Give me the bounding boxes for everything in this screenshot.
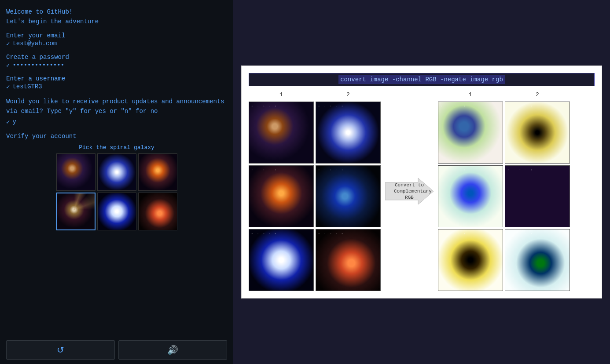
password-checkmark: ✓ [6,62,10,69]
col2-label: 2 [316,91,381,98]
galaxy-image-5 [98,193,136,230]
comp-img-1 [438,102,503,164]
comp-img-4 [505,165,570,227]
comp-img-5 [438,229,503,291]
captcha-cell-1[interactable] [56,153,96,191]
welcome-subtitle: Let's begin the adventure [6,17,227,26]
orig-img-5 [249,229,314,291]
comp-img-3 [438,165,503,227]
audio-icon: 🔊 [167,345,178,355]
comp-img-6 [505,229,570,291]
arrow-section: Convert toComplementaryRGB [381,91,438,291]
arrow-box: Convert toComplementaryRGB [385,176,434,207]
orig-img-1 [249,102,314,164]
orig-img-4 [316,165,381,227]
question-checkmark: ✓ [6,118,10,126]
galaxy-image-1 [57,154,95,191]
original-image-grid [249,102,381,291]
complementary-image-section: 1 2 [438,91,570,291]
right-panel: convert image -channel RGB -negate image… [233,0,610,364]
arrow-label: Convert toComplementaryRGB [394,182,425,201]
captcha-grid [56,153,177,230]
question-answer: y [12,118,16,125]
email-input-line: ✓ test@yah.com [6,40,227,47]
audio-button[interactable]: 🔊 [118,340,227,360]
orig-img-3 [249,165,314,227]
email-label: Enter your email [6,32,227,39]
orig-img-6 [316,229,381,291]
email-checkmark: ✓ [6,40,10,47]
galaxy-image-6 [139,193,177,230]
galaxy-image-2 [98,154,136,191]
question-answer-line: ✓ y [6,118,227,126]
command-bar: convert image -channel RGB -negate image… [249,73,595,86]
password-value: •••••••••••••• [12,62,64,69]
username-input-line: ✓ testGTR3 [6,83,227,91]
diagram-body: 1 2 Convert toComplem [249,91,595,291]
captcha-cell-4[interactable] [56,193,96,230]
welcome-title: Welcome to GitHub! [6,7,227,17]
captcha-cell-3[interactable] [138,153,177,191]
verify-label: Verify your account [6,133,227,140]
bottom-buttons: ↺ 🔊 [6,336,227,360]
comp-img-2 [505,102,570,164]
username-label: Enter a username [6,75,227,82]
captcha-cell-2[interactable] [97,153,136,191]
command-text: convert image -channel RGB -negate image… [338,75,505,84]
orig-img-2 [316,102,381,164]
galaxy-image-4-spiral [57,193,95,229]
username-value: testGTR3 [12,83,42,90]
password-label: Create a password [6,54,227,61]
captcha-prompt: Pick the spiral galaxy [6,144,227,151]
galaxy-image-3 [139,154,177,191]
refresh-button[interactable]: ↺ [6,340,115,360]
captcha-cell-5[interactable] [97,193,136,230]
refresh-icon: ↺ [57,345,64,355]
captcha-cell-6[interactable] [138,193,177,230]
col4-label: 2 [505,91,570,98]
original-image-section: 1 2 [249,91,381,291]
col3-label: 1 [438,91,503,98]
diagram-container: convert image -channel RGB -negate image… [241,66,602,298]
username-checkmark: ✓ [6,83,10,91]
password-input-line: ✓ •••••••••••••• [6,62,227,69]
complementary-image-grid [438,102,570,291]
email-value: test@yah.com [12,40,57,47]
left-panel: Welcome to GitHub! Let's begin the adven… [0,0,233,364]
question-text: Would you like to receive product update… [6,97,227,116]
col1-label: 1 [249,91,314,98]
